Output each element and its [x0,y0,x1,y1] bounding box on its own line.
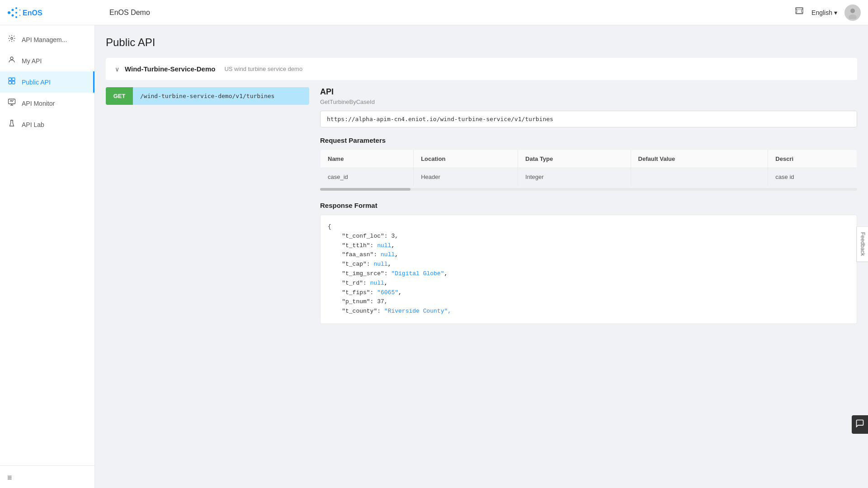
api-panel: API GetTurbineByCaseId https://alpha-api… [320,87,857,324]
endpoint-path: /wind-turbine-service-demo/v1/turbines [133,87,282,105]
enos-logo-svg: EnOS [7,6,57,19]
endpoint-row[interactable]: GET /wind-turbine-service-demo/v1/turbin… [106,87,309,105]
json-val-4: null [373,261,387,267]
svg-point-3 [15,7,17,9]
svg-point-4 [15,12,17,14]
service-chevron-icon[interactable]: ∨ [115,66,119,73]
json-val-6: null [370,280,384,286]
json-key-6: "t_rd": [328,280,370,286]
scroll-thumb [320,188,410,191]
json-comma-3: , [395,251,398,258]
json-comma-5: , [444,270,448,277]
request-params-title: Request Parameters [320,136,857,144]
cell-name: case_id [321,168,414,186]
chat-icon[interactable] [852,415,868,434]
sidebar-item-api-monitor[interactable]: API Monitor [0,93,94,114]
main-layout: API Managem... My API Public API [0,25,868,488]
json-key-1: "t_conf_loc": [328,233,391,239]
header-right: English ▾ [794,5,861,21]
feedback-label: Feedback [860,232,866,256]
sidebar-item-my-api[interactable]: My API [0,50,94,71]
svg-point-14 [10,57,13,60]
header: EnOS EnOS Demo English ▾ [0,0,868,25]
collapse-icon: ≡ [7,473,12,482]
app-title: EnOS Demo [102,9,794,17]
api-monitor-icon [7,98,16,108]
service-name: Wind-Turbine-Service-Demo [125,65,215,73]
response-section: Response Format { "t_conf_loc": 3, "t_tt… [320,202,857,324]
table-row: case_id Header Integer case id [321,168,857,186]
api-lab-icon [7,119,16,130]
method-badge: GET [106,87,133,105]
json-val-1: 3, [391,233,398,239]
service-description: US wind turbine service demo [224,66,302,72]
api-label: API [320,87,857,97]
json-comma-7: , [398,289,402,296]
col-location: Location [414,150,518,168]
params-scroll-container[interactable]: Name Location Data Type Default Value De… [320,150,857,191]
notification-icon[interactable] [794,6,804,19]
svg-point-0 [8,11,10,14]
col-default: Default Value [631,150,768,168]
json-comma-2: , [391,242,395,249]
json-key-9: "t_county": [328,308,384,314]
service-card: ∨ Wind-Turbine-Service-Demo US wind turb… [106,58,857,80]
svg-point-6 [19,9,21,10]
api-method-name: GetTurbineByCaseId [320,99,857,105]
svg-rect-17 [9,81,11,84]
col-name: Name [321,150,414,168]
public-api-icon [7,77,16,87]
svg-point-5 [15,16,17,18]
params-table: Name Location Data Type Default Value De… [320,150,857,186]
language-label: English [811,9,832,16]
json-val-2: null [377,242,391,249]
logo-icon: EnOS [7,6,57,19]
feedback-tab[interactable]: Feedback [857,226,868,262]
response-format-title: Response Format [320,202,857,209]
json-val-7: "6065" [377,289,398,296]
sidebar-label-public-api: Public API [22,79,51,86]
cell-location: Header [414,168,518,186]
json-key-5: "t_img_srce": [328,270,391,277]
svg-point-7 [19,14,21,16]
json-val-9: "Riverside County", [384,308,451,314]
sidebar-item-public-api[interactable]: Public API [0,71,94,93]
svg-point-1 [12,9,14,11]
cell-description: case id [768,168,857,186]
svg-rect-18 [12,81,15,84]
sidebar-label-api-lab: API Lab [22,121,44,128]
json-key-2: "t_ttlh": [328,242,377,249]
svg-text:EnOS: EnOS [23,9,42,17]
json-comma-4: , [388,261,392,267]
sidebar-label-api-management: API Managem... [22,36,67,43]
api-url[interactable]: https://alpha-apim-cn4.eniot.io/wind-tur… [320,111,857,127]
svg-point-2 [12,14,14,16]
table-header-row: Name Location Data Type Default Value De… [321,150,857,168]
response-box: { "t_conf_loc": 3, "t_ttlh": null, "faa_… [320,215,857,324]
json-val-3: null [381,251,395,258]
sidebar-label-api-monitor: API Monitor [22,100,55,107]
svg-rect-15 [9,78,11,80]
main-content: Public API ∨ Wind-Turbine-Service-Demo U… [95,25,868,488]
svg-point-12 [849,14,857,19]
sidebar-divider [0,465,94,466]
svg-point-11 [850,9,855,13]
page-title: Public API [106,36,857,49]
service-header: ∨ Wind-Turbine-Service-Demo US wind turb… [115,65,848,73]
user-avatar[interactable] [844,5,861,21]
content-panel: GET /wind-turbine-service-demo/v1/turbin… [106,87,857,324]
avatar-icon [846,6,859,19]
json-key-8: "p_tnum": [328,298,377,305]
language-selector[interactable]: English ▾ [811,9,837,16]
scroll-track [320,188,857,191]
sidebar: API Managem... My API Public API [0,25,95,488]
sidebar-item-api-lab[interactable]: API Lab [0,114,94,135]
endpoint-list: GET /wind-turbine-service-demo/v1/turbin… [106,87,309,324]
json-key-4: "t_cap": [328,261,373,267]
col-description: Descri [768,150,857,168]
cell-default [631,168,768,186]
json-key-3: "faa_asn": [328,251,381,258]
sidebar-collapse-button[interactable]: ≡ [0,468,94,488]
sidebar-item-api-management[interactable]: API Managem... [0,29,94,50]
sidebar-label-my-api: My API [22,57,42,65]
